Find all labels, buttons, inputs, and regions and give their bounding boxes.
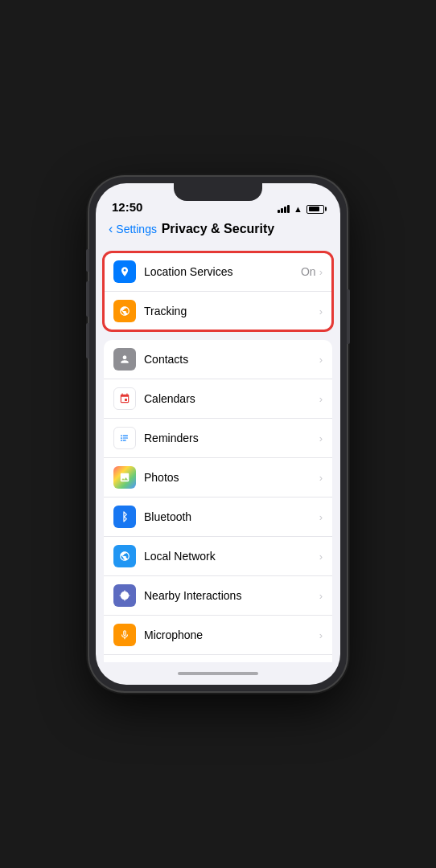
location-services-label: Location Services <box>144 265 301 278</box>
contacts-row[interactable]: Contacts › <box>104 340 332 379</box>
speech-recognition-row[interactable]: Speech Recognition › <box>104 655 332 662</box>
contacts-chevron-icon: › <box>319 354 323 366</box>
tracking-icon <box>113 300 136 322</box>
status-icons: ▲ <box>278 204 324 214</box>
bluetooth-icon: ᛒ <box>113 506 136 528</box>
mute-button[interactable] <box>86 249 89 272</box>
back-chevron-icon: ‹ <box>109 222 113 236</box>
bluetooth-row[interactable]: ᛒ Bluetooth › <box>104 497 332 537</box>
bluetooth-chevron-icon: › <box>319 511 323 523</box>
nav-bar: ‹ Settings Privacy & Security <box>96 219 340 243</box>
svg-rect-3 <box>123 436 128 436</box>
svg-point-1 <box>121 437 122 439</box>
microphone-chevron-icon: › <box>319 629 323 641</box>
svg-rect-5 <box>123 440 126 440</box>
volume-down-button[interactable] <box>86 323 89 358</box>
local-network-chevron-icon: › <box>319 551 323 563</box>
phone-screen: 12:50 ▲ ‹ Settings Privacy & Securi <box>96 183 340 685</box>
power-button[interactable] <box>347 289 350 344</box>
reminders-icon <box>113 427 136 449</box>
status-time: 12:50 <box>112 200 142 214</box>
location-services-value: On <box>301 265 316 278</box>
reminders-row[interactable]: Reminders › <box>104 419 332 458</box>
nearby-interactions-chevron-icon: › <box>319 590 323 602</box>
top-section: Location Services On › Tracking › <box>104 252 332 330</box>
location-services-row[interactable]: Location Services On › <box>104 252 332 292</box>
reminders-chevron-icon: › <box>319 432 323 444</box>
local-network-icon <box>113 545 136 567</box>
battery-icon <box>306 205 324 214</box>
photos-chevron-icon: › <box>319 472 323 484</box>
nearby-interactions-label: Nearby Interactions <box>144 589 319 602</box>
microphone-icon <box>113 624 136 646</box>
photos-row[interactable]: Photos › <box>104 458 332 497</box>
battery-fill <box>309 207 320 211</box>
back-button[interactable]: ‹ Settings <box>109 222 157 236</box>
calendars-chevron-icon: › <box>319 393 323 405</box>
local-network-label: Local Network <box>144 550 319 563</box>
photos-icon <box>113 466 136 489</box>
page-title: Privacy & Security <box>157 222 279 236</box>
signal-icon <box>278 205 290 213</box>
svg-point-0 <box>121 435 122 436</box>
microphone-row[interactable]: Microphone › <box>104 616 332 655</box>
location-services-icon <box>113 260 136 283</box>
nearby-interactions-icon <box>113 584 136 607</box>
calendars-icon <box>113 387 136 410</box>
notch <box>174 183 262 201</box>
home-indicator <box>96 662 340 685</box>
home-bar <box>178 672 258 675</box>
contacts-label: Contacts <box>144 353 319 366</box>
calendars-row[interactable]: Calendars › <box>104 379 332 419</box>
bluetooth-label: Bluetooth <box>144 510 319 523</box>
phone-frame: 12:50 ▲ ‹ Settings Privacy & Securi <box>89 177 347 691</box>
volume-up-button[interactable] <box>86 281 89 317</box>
location-services-chevron-icon: › <box>319 266 323 278</box>
reminders-label: Reminders <box>144 432 319 444</box>
microphone-label: Microphone <box>144 628 319 641</box>
calendars-label: Calendars <box>144 392 319 405</box>
photos-label: Photos <box>144 471 319 484</box>
wifi-icon: ▲ <box>294 204 302 214</box>
permissions-section: Contacts › Calendars › <box>104 340 332 662</box>
tracking-label: Tracking <box>144 305 319 317</box>
back-label: Settings <box>116 223 157 235</box>
nearby-interactions-row[interactable]: Nearby Interactions › <box>104 576 332 616</box>
svg-point-2 <box>121 440 122 441</box>
local-network-row[interactable]: Local Network › <box>104 537 332 576</box>
content-area: Location Services On › Tracking › <box>96 243 340 662</box>
contacts-icon <box>113 348 136 371</box>
tracking-row[interactable]: Tracking › <box>104 292 332 330</box>
tracking-chevron-icon: › <box>319 305 323 317</box>
svg-rect-4 <box>123 437 128 438</box>
